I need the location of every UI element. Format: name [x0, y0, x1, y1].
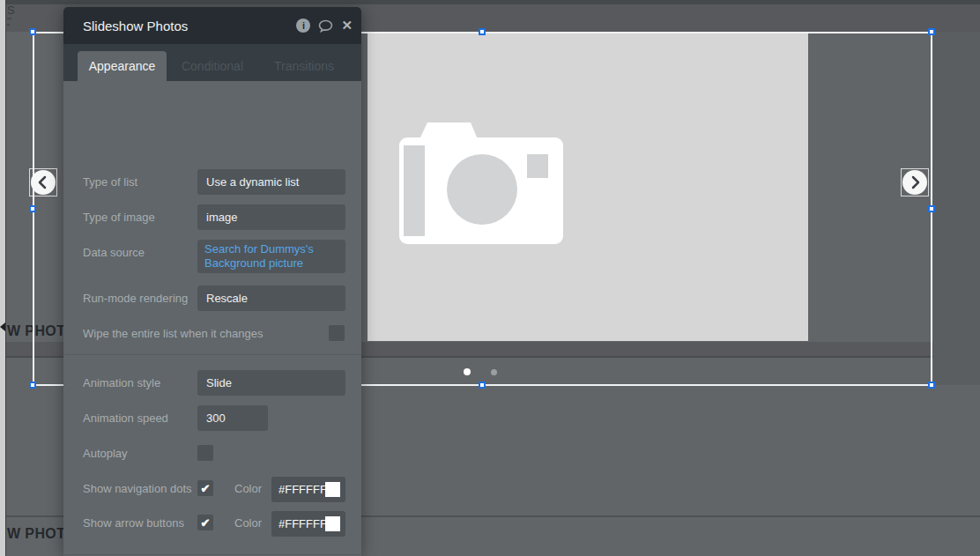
chevron-right-icon	[902, 170, 927, 195]
slideshow-dot-active[interactable]	[464, 368, 471, 375]
animation-style-dropdown[interactable]: Slide	[197, 370, 345, 396]
run-mode-rendering-dropdown[interactable]: Rescale	[197, 285, 345, 311]
run-mode-rendering-label: Run-mode rendering	[83, 292, 188, 305]
resize-handle-top-left[interactable]	[29, 28, 36, 35]
resize-handle-bottom-left[interactable]	[29, 382, 36, 389]
slideshow-prev-button[interactable]	[29, 168, 57, 196]
resize-handle-top-right[interactable]	[928, 28, 935, 35]
autoplay-checkbox[interactable]	[197, 445, 213, 461]
section-divider	[63, 554, 361, 555]
animation-speed-label: Animation speed	[83, 411, 168, 425]
arrows-color-label: Color	[234, 516, 262, 530]
resize-handle-mid-left[interactable]	[29, 205, 36, 212]
show-navigation-dots-checkbox[interactable]: ✔	[197, 480, 213, 496]
chevron-left-icon	[31, 170, 56, 195]
collapse-arrow-icon[interactable]	[0, 322, 5, 331]
resize-handle-bottom-center[interactable]	[479, 382, 486, 389]
animation-style-label: Animation style	[83, 376, 160, 389]
type-of-image-label: Type of image	[83, 211, 155, 224]
type-of-list-label: Type of list	[83, 175, 137, 189]
wipe-list-label: Wipe the entire list when it changes	[83, 327, 264, 340]
autoplay-label: Autoplay	[83, 447, 128, 460]
type-of-image-value: image	[206, 211, 237, 224]
check-icon: ✔	[201, 482, 211, 495]
close-icon[interactable]: ✕	[341, 18, 353, 33]
data-source-expression[interactable]: Search for Dummys's Background picture	[197, 240, 345, 273]
clipped-mark	[7, 18, 11, 19]
arrows-color-input[interactable]: #FFFFFF	[271, 511, 345, 537]
arrows-color-swatch[interactable]	[325, 516, 340, 531]
show-arrow-buttons-label: Show arrow buttons	[83, 516, 184, 530]
resize-handle-mid-right[interactable]	[928, 205, 935, 212]
animation-speed-dropdown[interactable]: 300	[197, 405, 268, 431]
slideshow-next-button[interactable]	[901, 168, 929, 196]
clipped-corner-text: S	[7, 4, 15, 17]
type-of-list-dropdown[interactable]: Use a dynamic list	[197, 169, 345, 195]
data-source-line1: Search for Dummys's	[204, 242, 338, 256]
show-arrow-buttons-checkbox[interactable]: ✔	[197, 515, 213, 530]
data-source-line2: Background picture	[204, 256, 338, 271]
section-divider	[63, 354, 361, 355]
arrows-color-value: #FFFFFF	[278, 517, 327, 530]
bubble-editor-canvas: S W PHOTO W PHOTO Slideshow Photos	[0, 0, 980, 556]
panel-tabbar: Appearance Conditional Transitions	[63, 44, 361, 81]
property-editor-titlebar[interactable]: Slideshow Photos i ✕	[63, 7, 361, 44]
dots-color-swatch[interactable]	[325, 482, 340, 497]
check-icon: ✔	[201, 516, 211, 530]
clipped-mark	[7, 24, 10, 26]
panel-body: Type of list Use a dynamic list Type of …	[63, 81, 361, 556]
type-of-image-dropdown[interactable]: image	[197, 204, 345, 230]
info-icon[interactable]: i	[296, 19, 310, 33]
resize-handle-top-center[interactable]	[479, 28, 486, 35]
tab-transitions[interactable]: Transitions	[260, 51, 348, 81]
type-of-list-value: Use a dynamic list	[206, 175, 299, 189]
animation-style-value: Slide	[206, 376, 232, 389]
tab-conditional[interactable]: Conditional	[168, 51, 256, 81]
animation-speed-value: 300	[206, 411, 226, 425]
show-navigation-dots-label: Show navigation dots	[83, 482, 192, 495]
tab-appearance[interactable]: Appearance	[78, 51, 167, 81]
canvas-outside-page-area	[933, 32, 980, 385]
run-mode-rendering-value: Rescale	[206, 292, 248, 305]
resize-handle-bottom-right[interactable]	[928, 382, 935, 389]
wipe-list-checkbox[interactable]	[329, 325, 345, 341]
dots-color-value: #FFFFFF	[278, 483, 327, 496]
panel-title: Slideshow Photos	[83, 19, 188, 33]
comment-icon[interactable]	[318, 19, 333, 33]
dots-color-input[interactable]: #FFFFFF	[271, 477, 345, 502]
canvas-left-gutter	[0, 0, 6, 556]
slideshow-dot-inactive[interactable]	[491, 369, 497, 375]
dots-color-label: Color	[234, 482, 262, 495]
property-editor-panel: Slideshow Photos i ✕ Appearance Conditio…	[63, 7, 361, 556]
data-source-label: Data source	[83, 246, 145, 259]
